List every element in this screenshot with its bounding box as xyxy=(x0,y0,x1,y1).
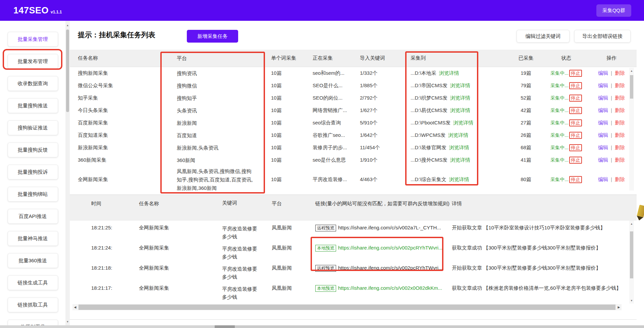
stop-button[interactable]: 停止 xyxy=(569,176,582,183)
scroll-up-icon[interactable]: ▲ xyxy=(65,23,70,28)
log-url-link[interactable]: https://ishare.ifeng.com/c/s/v002a7L-_CY… xyxy=(338,225,441,230)
add-task-button[interactable]: 新增采集任务 xyxy=(187,30,238,43)
scroll-right-icon[interactable]: ▶ xyxy=(616,304,622,310)
sidebar-item[interactable]: 批量搜狗推送 xyxy=(8,98,58,113)
scrollbar-thumb[interactable] xyxy=(78,305,615,310)
col-header-collecting: 正在采集 xyxy=(305,55,352,61)
log-url-link[interactable]: https://ishare.ifeng.com/c/s/v002pcRYhTW… xyxy=(338,265,443,271)
log-url-link[interactable]: https://ishare.ifeng.com/c/s/v002x0O82dk… xyxy=(338,285,442,291)
delete-link[interactable]: 删除 xyxy=(615,95,625,101)
preview-tag-button[interactable]: 远程预览 xyxy=(315,225,336,231)
export-error-links-button[interactable]: 导出全部错误链接 xyxy=(574,30,631,43)
sidebar-item[interactable]: 批量搜狗投诉 xyxy=(8,165,58,179)
edit-link[interactable]: 编辑 xyxy=(598,120,608,125)
delete-link[interactable]: 删除 xyxy=(615,176,625,182)
brand: 147SEO v1.1.1 xyxy=(13,0,62,21)
qq-group-button[interactable]: 采集QQ群 xyxy=(596,4,631,17)
scroll-left-icon[interactable]: ◀ xyxy=(72,304,78,310)
horizontal-scrollbar[interactable]: ◀ ▶ xyxy=(72,304,622,310)
sidebar-item[interactable]: 批量采集管理 xyxy=(8,32,58,47)
sidebar-item-label: 批量发布管理 xyxy=(18,58,48,65)
stop-button[interactable]: 停止 xyxy=(569,119,582,126)
sidebar-item[interactable]: 链接生成工具 xyxy=(8,275,58,290)
task-destination-cell: ...D:\综合采集文浏览详情 xyxy=(402,176,506,183)
delete-link[interactable]: 删除 xyxy=(615,157,625,163)
log-link-cell: 远程预览https://ishare.ifeng.com/c/s/v002a7L… xyxy=(315,225,452,231)
log-time: 18:21:18: xyxy=(91,265,139,271)
task-collecting-keyword: 网络营销推广... xyxy=(305,107,352,114)
task-destination-cell: ...D:\WPCMS发浏览详情 xyxy=(402,132,506,139)
sidebar-item[interactable]: 批量发布管理 xyxy=(8,54,58,69)
preview-tag-button[interactable]: 本地预览 xyxy=(315,285,336,292)
delete-link[interactable]: 删除 xyxy=(615,120,625,125)
view-details-link[interactable]: 浏览详情 xyxy=(450,83,470,88)
view-details-link[interactable]: 浏览详情 xyxy=(448,132,468,138)
task-destination-cell: ...D:\装修官网发浏览详情 xyxy=(402,145,506,151)
delete-link[interactable]: 删除 xyxy=(615,70,625,76)
sidebar-item[interactable]: 收录数据查询 xyxy=(8,76,58,91)
edit-link[interactable]: 编辑 xyxy=(598,132,608,138)
stop-button[interactable]: 停止 xyxy=(569,82,582,89)
content-vertical-scrollbar[interactable]: ▲ ▼ xyxy=(65,21,70,325)
scroll-up-icon[interactable]: ▲ xyxy=(629,68,634,73)
action-separator: | xyxy=(611,157,612,163)
view-details-link[interactable]: 浏览详情 xyxy=(439,70,459,76)
view-details-link[interactable]: 浏览详情 xyxy=(450,107,470,113)
scroll-down-icon[interactable]: ▼ xyxy=(65,319,70,324)
preview-tag-button[interactable]: 本地预览 xyxy=(315,245,336,252)
task-name: 微信公众号采集 xyxy=(70,83,169,89)
task-table-scrollbar[interactable]: ▲ xyxy=(629,68,634,190)
stop-button[interactable]: 停止 xyxy=(569,157,582,164)
log-col-platform: 平台 xyxy=(272,199,315,208)
log-platform: 凤凰新闻 xyxy=(272,265,315,271)
task-destination-cell: ...D:\PbootCMS发浏览详情 xyxy=(402,120,506,126)
edit-link[interactable]: 编辑 xyxy=(598,157,608,163)
edit-link[interactable]: 编辑 xyxy=(598,176,608,182)
task-collected-count: 19篇 xyxy=(506,70,546,76)
sidebar-item[interactable]: 批量360推送 xyxy=(8,253,58,268)
log-table-scrollbar[interactable]: ▲ ▼ xyxy=(629,221,634,304)
stop-button[interactable]: 停止 xyxy=(569,132,582,139)
log-url-link[interactable]: https://ishare.ifeng.com/c/s/v002pcRYhTW… xyxy=(338,245,443,251)
stop-button[interactable]: 停止 xyxy=(569,107,582,114)
edit-link[interactable]: 编辑 xyxy=(598,145,608,150)
view-details-link[interactable]: 浏览详情 xyxy=(450,157,470,163)
task-name: 360新闻采集 xyxy=(70,157,169,163)
sidebar-item[interactable]: 批量搜狗反馈 xyxy=(8,143,58,157)
sidebar-item[interactable]: 百度API推送 xyxy=(8,209,58,224)
task-destination-cell: ...D:\搜外CMS发浏览详情 xyxy=(402,157,506,163)
sidebar-item[interactable]: 批量神马推送 xyxy=(8,231,58,246)
task-collecting-keyword: 装修房子的步... xyxy=(305,145,352,151)
view-details-link[interactable]: 浏览详情 xyxy=(449,145,469,150)
task-status-cell: 采集中...停止 xyxy=(546,70,586,77)
view-details-link[interactable]: 浏览详情 xyxy=(450,95,470,101)
edit-filter-keywords-button[interactable]: 编辑过滤关键词 xyxy=(517,30,570,43)
scrollbar-thumb[interactable] xyxy=(66,30,69,112)
edit-link[interactable]: 编辑 xyxy=(598,95,608,101)
edit-link[interactable]: 编辑 xyxy=(598,83,608,88)
delete-link[interactable]: 删除 xyxy=(615,107,625,113)
scrollbar-thumb[interactable] xyxy=(630,231,633,278)
edit-link[interactable]: 编辑 xyxy=(598,70,608,76)
sidebar-item-label: 链接抓取工具 xyxy=(18,302,48,308)
stop-button[interactable]: 停止 xyxy=(569,70,582,77)
task-platform: 搜狗微信 xyxy=(169,81,263,90)
preview-tag-button[interactable]: 远程预览 xyxy=(315,265,336,272)
scroll-down-icon[interactable]: ▼ xyxy=(629,298,634,303)
view-details-link[interactable]: 浏览详情 xyxy=(449,176,469,182)
scroll-up-icon[interactable]: ▲ xyxy=(629,221,634,226)
delete-link[interactable]: 删除 xyxy=(615,83,625,88)
scrollbar-thumb[interactable] xyxy=(630,75,633,99)
edit-link[interactable]: 编辑 xyxy=(598,107,608,113)
sidebar-item[interactable]: 搜狗验证推送 xyxy=(8,120,58,135)
stop-button[interactable]: 停止 xyxy=(569,95,582,102)
sidebar-item[interactable]: 链接抓取工具 xyxy=(8,297,58,312)
task-collected-count: 27篇 xyxy=(506,120,546,126)
delete-link[interactable]: 删除 xyxy=(615,132,625,138)
sidebar-item[interactable]: 批量搜狗绑站 xyxy=(8,187,58,202)
view-details-link[interactable]: 浏览详情 xyxy=(453,120,473,125)
log-detail: 开始获取文章 【10平米卧室装修设计技巧10平米卧室装修要多少钱】 xyxy=(452,225,605,231)
task-status-cell: 采集中...停止 xyxy=(546,107,586,114)
stop-button[interactable]: 停止 xyxy=(569,144,582,151)
delete-link[interactable]: 删除 xyxy=(615,145,625,150)
